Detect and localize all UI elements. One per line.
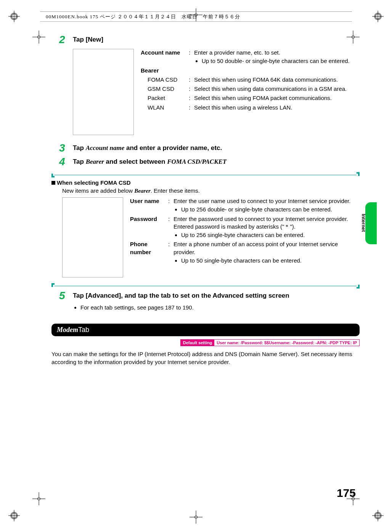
text: New items are added below [62, 187, 134, 194]
def-sublabel: FOMA CSD [141, 76, 189, 84]
def-value: Enter a phone number of an access point … [174, 240, 360, 264]
def-text: Enter the user name used to connect to y… [174, 198, 350, 204]
foma-csd-section: When selecting FOMA CSD New items are ad… [51, 179, 360, 277]
colon: : [189, 76, 194, 84]
registration-mark-icon [8, 510, 20, 521]
def-bullet: Up to 50 double- or single-byte characte… [202, 57, 360, 65]
step-title: Tap Bearer and select between FOMA CSD/P… [73, 156, 227, 166]
default-value: User name: /Password: $$Username: -Passw… [214, 340, 359, 346]
def-value: Select this when using FOMA packet commu… [194, 94, 360, 102]
def-label: Account name [141, 49, 189, 65]
step-number: 3 [51, 143, 73, 153]
def-value: Select this when using data communicatio… [194, 85, 360, 93]
def-sublabel: WLAN [141, 104, 189, 111]
def-label: Bearer [141, 67, 189, 74]
screenshot-placeholder [62, 197, 123, 277]
modem-tab-heading: Modem Tab [51, 324, 360, 336]
text: Tap [73, 144, 86, 152]
step-2: 2 Tap [New] [51, 34, 360, 45]
text: . Enter these items. [151, 187, 200, 194]
colon: : [168, 197, 174, 214]
crop-mark-icon [32, 31, 45, 44]
def-label: Phone number [130, 240, 168, 264]
default-setting-tag: Default setting User name: /Password: $$… [180, 339, 360, 346]
default-setting-row: Default setting User name: /Password: $$… [51, 339, 360, 346]
header-rule [40, 11, 352, 12]
registration-mark-icon [372, 510, 384, 521]
screenshot-placeholder [73, 49, 134, 135]
text: and enter a provider name, etc. [124, 144, 222, 152]
def-sublabel: GSM CSD [141, 85, 189, 93]
step-2-body: Account name : Enter a provider name, et… [73, 49, 360, 135]
step-number: 4 [51, 156, 73, 167]
def-label: Password [130, 215, 168, 239]
step-title: Tap [New] [73, 34, 103, 44]
text: When selecting FOMA CSD [57, 179, 131, 186]
colon: : [168, 240, 174, 264]
def-value: Enter a provider name, etc. to set. Up t… [194, 49, 360, 65]
registration-mark-icon [8, 11, 20, 22]
step-5-note: For each tab settings, see pages 187 to … [73, 304, 360, 311]
text: and select between [104, 158, 167, 165]
content-area: 2 Tap [New] Account name : Enter a provi… [51, 34, 360, 366]
def-label: User name [130, 197, 168, 214]
section-separator [51, 174, 360, 176]
heading-italic: Modem [57, 326, 78, 334]
note-bullet: For each tab settings, see pages 187 to … [80, 304, 360, 311]
def-value: Enter the password used to connect to yo… [174, 215, 360, 239]
colon: : [189, 94, 194, 102]
colon: : [189, 104, 194, 111]
text-italic: FOMA CSD/PACKET [167, 158, 227, 165]
def-value: Select this when using FOMA 64K data com… [194, 76, 360, 84]
crop-mark-icon [32, 492, 45, 505]
step-5: 5 Tap [Advanced], and tap the tab to set… [51, 290, 360, 301]
definition-table: Account name : Enter a provider name, et… [141, 49, 360, 113]
text-italic: Account name [86, 144, 125, 152]
step-number: 2 [51, 34, 73, 45]
heading-text: Tab [78, 326, 89, 334]
def-bullet: Up to 256 double- or single-byte charact… [181, 206, 360, 213]
side-tab-indicator [365, 202, 377, 244]
sub-section-title: When selecting FOMA CSD [51, 179, 360, 186]
colon: : [168, 215, 174, 239]
def-text: Enter the password used to connect to yo… [174, 216, 348, 230]
colon: : [189, 85, 194, 93]
def-text: Enter a provider name, etc. to set. [194, 49, 280, 56]
definition-table: User name : Enter the user name used to … [130, 197, 360, 266]
text-italic: Bearer [134, 188, 151, 194]
colon: : [189, 49, 194, 65]
def-sublabel: Packet [141, 94, 189, 102]
text: Tap [73, 158, 86, 165]
page: 00M1000EN.book 175 ページ ２００４年１１月２４日 水曜日 午… [0, 0, 392, 532]
step-title: Tap Account name and enter a provider na… [73, 143, 222, 152]
def-bullet: Up to 256 single-byte characters can be … [181, 231, 360, 239]
text-italic: Bearer [86, 158, 104, 165]
sub-section-desc: New items are added below Bearer. Enter … [62, 187, 360, 194]
def-value: Select this when using a wireless LAN. [194, 104, 360, 111]
page-number: 175 [337, 487, 356, 500]
section-separator [51, 285, 360, 287]
def-bullet: Up to 50 single-byte characters can be e… [181, 257, 360, 264]
square-bullet-icon [51, 181, 55, 185]
def-text: Enter a phone number of an access point … [174, 241, 338, 255]
header-rule [40, 21, 352, 22]
default-label: Default setting [181, 340, 214, 346]
modem-paragraph: You can make the settings for the IP (In… [51, 350, 360, 366]
step-3: 3 Tap Account name and enter a provider … [51, 143, 360, 153]
step-number: 5 [51, 290, 73, 301]
side-tab-label: Internet [361, 214, 366, 232]
step-title: Tap [Advanced], and tap the tab to set o… [73, 290, 289, 300]
book-info-text: 00M1000EN.book 175 ページ ２００４年１１月２４日 水曜日 午… [46, 13, 240, 20]
step-4: 4 Tap Bearer and select between FOMA CSD… [51, 156, 360, 167]
registration-mark-icon [372, 11, 384, 22]
def-value: Enter the user name used to connect to y… [174, 197, 360, 214]
crop-mark-icon [190, 511, 202, 524]
